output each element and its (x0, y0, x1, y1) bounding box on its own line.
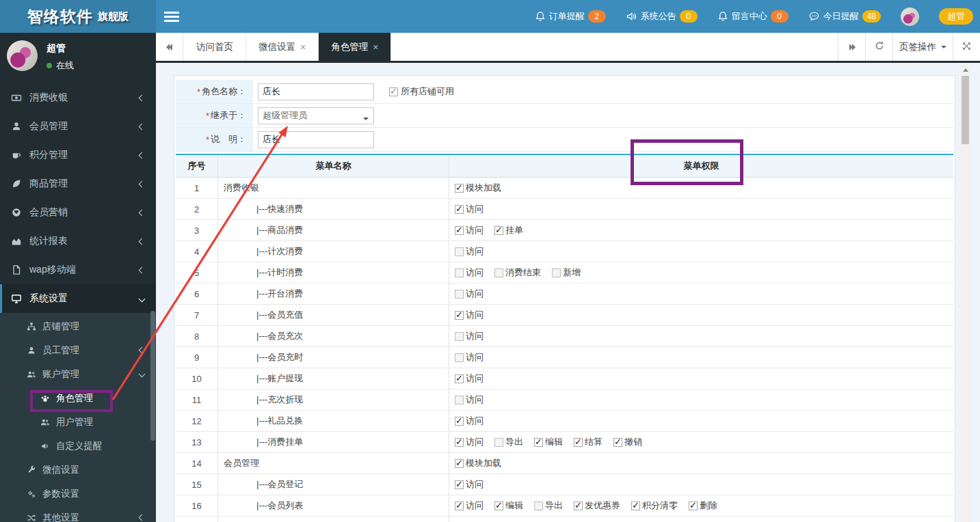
permission-checkbox[interactable] (455, 247, 464, 256)
permission-checkbox[interactable] (455, 311, 464, 320)
sidebar-item-custom-reminder[interactable]: 自定义提醒 (0, 434, 156, 458)
permission-option[interactable]: 访问 (455, 372, 484, 385)
page-scrollbar[interactable] (960, 65, 970, 522)
sidebar-item-wap[interactable]: wap移动端 (0, 256, 156, 284)
permission-option[interactable]: 结算 (574, 436, 602, 448)
tab-role-management[interactable]: 角色管理 (319, 33, 391, 61)
permission-checkbox[interactable] (455, 396, 464, 404)
permission-checkbox[interactable] (455, 205, 464, 214)
permission-option[interactable]: 积分清零 (631, 499, 678, 512)
notification-announcements[interactable]: 系统公告 0 (626, 10, 698, 23)
close-icon[interactable] (373, 42, 378, 52)
permission-checkbox[interactable] (455, 438, 464, 447)
sidebar-item-shop-management[interactable]: 店铺管理 (0, 314, 156, 338)
permission-option[interactable]: 导出 (494, 436, 523, 448)
permission-option[interactable]: 访问 (455, 309, 484, 321)
permission-checkbox[interactable] (455, 502, 464, 510)
scrollbar-thumb[interactable] (962, 76, 969, 144)
fullscreen-button[interactable] (953, 33, 980, 61)
permission-checkbox[interactable] (455, 374, 464, 383)
all-shops-checkbox[interactable] (389, 87, 398, 96)
notification-messages[interactable]: 留言中心 0 (717, 10, 789, 23)
permission-checkbox[interactable] (494, 269, 503, 277)
permission-checkbox[interactable] (552, 269, 561, 277)
sidebar-item-members[interactable]: 会员管理 (0, 112, 156, 141)
permission-option[interactable]: 访问 (455, 245, 484, 258)
permission-checkbox[interactable] (455, 332, 464, 341)
close-icon[interactable] (300, 42, 306, 52)
tab-actions-dropdown[interactable]: 页签操作 (892, 33, 953, 61)
sidebar-item-cashier[interactable]: 消费收银 (0, 83, 156, 112)
sidebar-item-parameter-settings[interactable]: 参数设置 (0, 482, 156, 506)
permission-option[interactable]: 模块加载 (455, 457, 501, 469)
permission-option[interactable]: 编辑 (534, 436, 563, 448)
permission-checkbox[interactable] (455, 459, 464, 468)
permission-option[interactable]: 导出 (534, 499, 563, 512)
permission-option[interactable]: 访问 (455, 415, 484, 427)
permission-checkbox[interactable] (689, 502, 698, 510)
permission-checkbox[interactable] (631, 502, 640, 510)
sidebar-item-staff-management[interactable]: 员工管理 (0, 338, 156, 362)
permission-option[interactable]: 访问 (455, 499, 484, 512)
tab-wechat-settings[interactable]: 微信设置 (246, 33, 319, 61)
permission-checkbox[interactable] (534, 438, 543, 447)
permission-option[interactable]: 编辑 (494, 499, 523, 512)
sidebar-item-goods[interactable]: 商品管理 (0, 169, 156, 198)
permission-checkbox[interactable] (574, 438, 583, 447)
sidebar-item-marketing[interactable]: 会员营销 (0, 198, 156, 227)
permission-checkbox[interactable] (574, 502, 583, 510)
user-role-badge[interactable]: 超管 (939, 8, 973, 25)
permission-option[interactable]: 消费结束 (494, 266, 541, 279)
permission-option[interactable]: 删除 (689, 499, 717, 512)
sidebar-scrollbar-thumb[interactable] (150, 311, 155, 441)
sidebar-avatar[interactable] (7, 40, 38, 71)
tabs-scroll-left-button[interactable] (156, 33, 183, 61)
sidebar-item-role-management[interactable]: 角色管理 (0, 386, 156, 410)
permission-checkbox[interactable] (455, 184, 464, 193)
permission-option[interactable]: 撤销 (613, 436, 642, 448)
sidebar-item-system-settings[interactable]: 系统设置 (0, 284, 156, 313)
permission-checkbox[interactable] (494, 438, 503, 447)
sidebar-item-other-settings[interactable]: 其他设置 (0, 506, 156, 522)
permission-checkbox[interactable] (613, 438, 622, 447)
refresh-button[interactable] (865, 33, 892, 61)
user-avatar[interactable] (901, 8, 919, 26)
permission-option[interactable]: 访问 (455, 288, 484, 300)
inherit-select[interactable]: 超级管理员 (258, 107, 374, 124)
sidebar-item-account-management[interactable]: 账户管理 (0, 362, 156, 386)
permission-option[interactable]: 访问 (455, 266, 484, 279)
sidebar-item-points[interactable]: 积分管理 (0, 141, 156, 169)
sidebar-item-reports[interactable]: 统计报表 (0, 227, 156, 256)
notification-today[interactable]: 今日提醒 48 (808, 10, 881, 23)
permission-option[interactable]: 访问 (455, 330, 484, 342)
permission-option[interactable]: 访问 (455, 203, 484, 215)
permission-checkbox[interactable] (455, 353, 464, 362)
sidebar-item-wechat-settings[interactable]: 微信设置 (0, 458, 156, 482)
permission-checkbox[interactable] (455, 417, 464, 426)
permission-option[interactable]: 访问 (455, 478, 484, 491)
permission-option[interactable]: 访问 (455, 351, 484, 363)
permission-option[interactable]: 访问 (455, 224, 484, 236)
description-input[interactable] (258, 131, 374, 148)
permission-option[interactable]: 访问 (455, 436, 484, 448)
permission-checkbox[interactable] (534, 502, 543, 510)
permission-option[interactable]: 发优惠券 (574, 499, 620, 512)
sidebar-item-user-management[interactable]: 用户管理 (0, 410, 156, 434)
permission-option[interactable]: 访问 (455, 394, 484, 406)
role-name-input[interactable] (258, 83, 374, 100)
notification-orders[interactable]: 订单提醒 2 (535, 10, 606, 23)
scrollbar-up-arrow[interactable] (960, 65, 970, 74)
tab-home[interactable]: 访问首页 (184, 33, 246, 61)
permission-option[interactable]: 新增 (552, 266, 581, 279)
permission-checkbox[interactable] (494, 502, 503, 510)
permission-checkbox[interactable] (494, 226, 503, 235)
permission-option[interactable]: 模块加载 (455, 182, 501, 194)
permission-checkbox[interactable] (455, 480, 464, 489)
all-shops-checkbox-field[interactable]: 所有店铺可用 (389, 85, 454, 98)
sidebar-toggle-button[interactable] (164, 10, 179, 23)
permission-checkbox[interactable] (455, 269, 464, 277)
permission-checkbox[interactable] (455, 226, 464, 235)
tabs-scroll-right-button[interactable] (838, 33, 865, 61)
permission-checkbox[interactable] (455, 290, 464, 299)
permission-option[interactable]: 挂单 (494, 224, 523, 236)
